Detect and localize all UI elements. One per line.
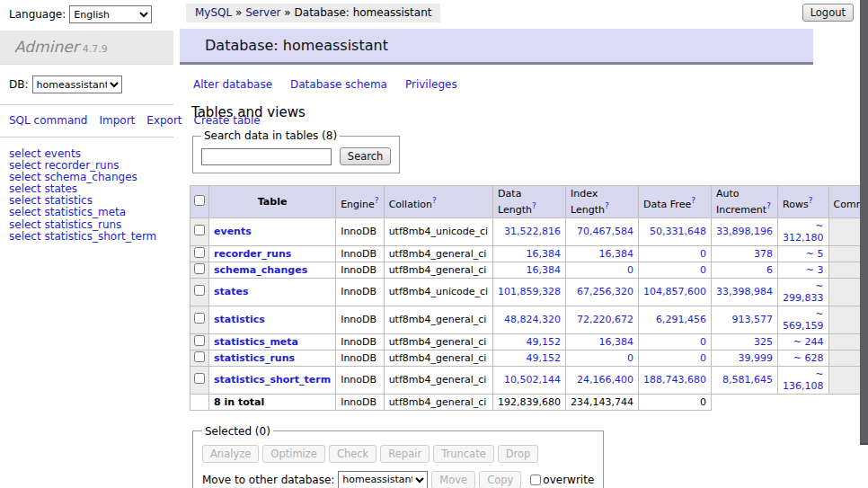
logout-button[interactable]: Logout [802, 4, 854, 22]
breadcrumb-link-server[interactable]: Server [245, 6, 280, 19]
row-checkbox[interactable] [194, 351, 205, 362]
data-free-link[interactable]: 50,331,648 [650, 226, 706, 237]
data-length-link[interactable]: 16,384 [527, 248, 562, 260]
auto-increment-link[interactable]: 33,398,984 [716, 286, 773, 297]
rows-link[interactable]: ~ 569,159 [783, 308, 824, 332]
index-length-link[interactable]: 0 [627, 352, 633, 364]
sidebar-link-import[interactable]: Import [99, 114, 135, 127]
optimize-button[interactable]: Optimize [262, 445, 325, 463]
data-length-link[interactable]: 48,824,320 [504, 314, 561, 325]
rows-link[interactable]: ~ 244 [793, 336, 824, 348]
sidebar-item-select-statistics[interactable]: select statistics [9, 194, 93, 207]
data-length-cell: 49,152 [493, 350, 566, 366]
overwrite-checkbox[interactable] [530, 475, 541, 485]
auto-increment-link[interactable]: 378 [754, 248, 773, 260]
auto-increment-link[interactable]: 33,898,196 [716, 226, 773, 237]
auto-increment-link[interactable]: 325 [754, 336, 773, 348]
db-select[interactable]: homeassistant [32, 75, 122, 93]
row-checkbox[interactable] [194, 263, 205, 274]
rows-link[interactable]: ~ 5 [806, 248, 824, 260]
auto-increment-link[interactable]: 913,577 [732, 314, 774, 325]
rows-link[interactable]: ~ 299,833 [783, 280, 824, 304]
index-length-link[interactable]: 16,384 [599, 248, 634, 260]
table-link-statistics-meta[interactable]: statistics_meta [214, 336, 298, 348]
data-free-link[interactable]: 0 [700, 336, 706, 348]
rows-link[interactable]: ~ 312,180 [783, 220, 824, 244]
table-link-schema-changes[interactable]: schema_changes [214, 264, 307, 276]
data-length-link[interactable]: 31,522,816 [504, 226, 561, 237]
link-alter-database[interactable]: Alter database [193, 78, 272, 91]
sidebar-link-sql-command[interactable]: SQL command [9, 114, 87, 127]
analyze-button[interactable]: Analyze [202, 445, 259, 463]
drop-button[interactable]: Drop [498, 445, 539, 463]
table-link-statistics[interactable]: statistics [214, 314, 265, 325]
copy-button[interactable]: Copy [479, 471, 521, 488]
column-help-link[interactable]: ? [532, 201, 536, 210]
index-length-link[interactable]: 67,256,320 [577, 286, 633, 297]
sidebar-link-export[interactable]: Export [146, 114, 182, 127]
column-help-link[interactable]: ? [809, 196, 813, 205]
search-input[interactable] [201, 148, 332, 165]
data-length-link[interactable]: 10,502,144 [504, 374, 561, 386]
check-button[interactable]: Check [329, 445, 376, 463]
table-link-statistics-runs[interactable]: statistics_runs [214, 352, 295, 364]
sidebar-item-select-schema-changes[interactable]: select schema_changes [9, 171, 137, 183]
row-checkbox[interactable] [194, 373, 205, 384]
index-length-link[interactable]: 0 [627, 264, 633, 276]
row-checkbox[interactable] [194, 285, 205, 296]
data-length-link[interactable]: 49,152 [527, 336, 562, 348]
column-help-link[interactable]: ? [691, 196, 695, 205]
repair-button[interactable]: Repair [380, 445, 430, 463]
data-length-cell: 48,824,320 [493, 306, 566, 333]
column-help-link[interactable]: ? [605, 201, 609, 210]
index-length-link[interactable]: 72,220,672 [577, 314, 633, 325]
sidebar-item-select-states[interactable]: select states [9, 182, 77, 195]
row-checkbox[interactable] [194, 335, 205, 346]
rows-link[interactable]: ~ 628 [793, 352, 824, 364]
data-free-link[interactable]: 6,291,456 [656, 314, 706, 325]
language-select[interactable]: English [69, 5, 152, 23]
index-length-link[interactable]: 16,384 [599, 336, 634, 348]
truncate-button[interactable]: Truncate [433, 445, 494, 463]
select-all-checkbox[interactable] [194, 195, 205, 206]
sidebar-item-select-statistics-short-term[interactable]: select statistics_short_term [9, 230, 156, 243]
index-length-link[interactable]: 70,467,584 [577, 226, 633, 237]
index-length-link[interactable]: 24,166,400 [577, 374, 633, 386]
data-free-link[interactable]: 0 [700, 264, 706, 276]
scrollbar-thumb[interactable] [860, 0, 868, 445]
table-link-states[interactable]: states [214, 286, 249, 297]
column-help-link[interactable]: ? [766, 201, 771, 210]
link-privileges[interactable]: Privileges [405, 78, 457, 91]
table-link-events[interactable]: events [214, 226, 252, 237]
sidebar-item-select-statistics-runs[interactable]: select statistics_runs [9, 218, 121, 231]
sidebar-item-select-statistics-meta[interactable]: select statistics_meta [9, 206, 126, 218]
sidebar-item-select-recorder-runs[interactable]: select recorder_runs [9, 159, 120, 172]
search-button[interactable]: Search [340, 147, 392, 165]
auto-increment-link[interactable]: 39,999 [739, 352, 774, 364]
auto-increment-cell: 33,898,196 [712, 217, 778, 245]
data-length-link[interactable]: 49,152 [527, 352, 562, 364]
rows-link[interactable]: ~ 136,108 [783, 368, 824, 392]
auto-increment-link[interactable]: 6 [766, 264, 773, 276]
row-checkbox[interactable] [194, 225, 205, 235]
column-help-link[interactable]: ? [432, 196, 437, 205]
data-free-link[interactable]: 188,743,680 [643, 374, 706, 386]
table-link-recorder-runs[interactable]: recorder_runs [214, 248, 291, 260]
vertical-scrollbar[interactable] [860, 0, 868, 488]
sidebar-item-select-events[interactable]: select events [9, 147, 81, 160]
link-database-schema[interactable]: Database schema [290, 78, 387, 91]
data-free-link[interactable]: 0 [700, 352, 706, 364]
data-length-link[interactable]: 101,859,328 [498, 286, 561, 297]
data-free-link[interactable]: 104,857,600 [643, 286, 706, 297]
breadcrumb-link-mysql[interactable]: MySQL [195, 6, 232, 19]
move-db-select[interactable]: homeassistant [338, 471, 428, 488]
auto-increment-link[interactable]: 8,581,645 [722, 374, 773, 386]
row-checkbox[interactable] [194, 247, 205, 258]
table-link-statistics-short-term[interactable]: statistics_short_term [214, 374, 331, 386]
data-free-link[interactable]: 0 [700, 248, 706, 260]
data-length-link[interactable]: 16,384 [527, 264, 562, 276]
rows-link[interactable]: ~ 3 [806, 264, 824, 276]
move-button[interactable]: Move [431, 471, 475, 488]
row-checkbox[interactable] [194, 313, 205, 324]
column-help-link[interactable]: ? [375, 196, 379, 205]
